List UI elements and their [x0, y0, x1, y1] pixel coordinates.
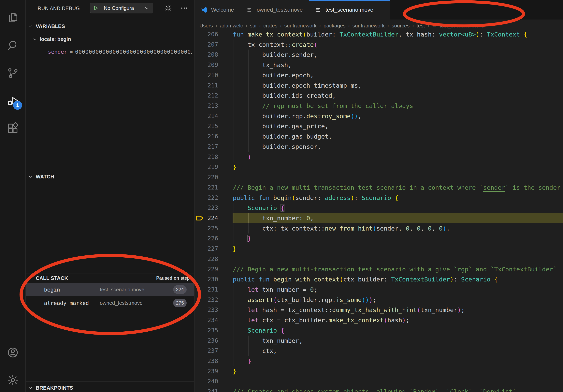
activity-item-run-and-debug[interactable]: 1: [0, 89, 26, 113]
frame-line-badge: 224: [173, 285, 187, 294]
debug-count-badge: 1: [13, 101, 22, 110]
breadcrumb-item[interactable]: sui-framework: [353, 23, 385, 29]
code-line-224: 224 txn_number: 0,: [194, 213, 563, 223]
variable-value: 0000000000000000000000000000000000…: [75, 49, 192, 55]
breadcrumb-item[interactable]: sources: [392, 23, 409, 29]
code-line-231: 231 let txn_number = 0;: [194, 284, 563, 295]
activity-item-explorer[interactable]: [0, 6, 26, 30]
breadcrumb[interactable]: Users›adamwelc›sui›crates›sui-framework›…: [194, 20, 563, 32]
breadcrumb-item[interactable]: crates: [263, 23, 277, 29]
more-actions-icon[interactable]: [180, 4, 188, 13]
call-stack-frame-already_marked[interactable]: already_markedowned_tests.move275: [26, 297, 194, 310]
code-text: tx_context::create(: [233, 39, 317, 50]
code-line-238: 238 }: [194, 356, 563, 366]
variables-section-header[interactable]: VARIABLES: [26, 22, 194, 30]
line-number: 225: [194, 223, 218, 234]
code-line-227: 227}: [194, 244, 563, 254]
breakpoints-section-header[interactable]: BREAKPOINTS: [26, 384, 194, 392]
code-text: let txn_number = 0;: [233, 284, 317, 295]
breadcrumb-item[interactable]: packages: [323, 23, 345, 29]
frame-line-badge: 275: [173, 299, 187, 307]
files-icon: [7, 12, 19, 24]
run-configuration-dropdown[interactable]: No Configura: [90, 3, 153, 13]
line-number: 231: [194, 284, 218, 295]
variable-row[interactable]: sender = 0000000000000000000000000000000…: [48, 47, 192, 56]
chevron-right-icon: ›: [425, 23, 432, 29]
tab-label: Welcome: [211, 7, 234, 13]
code-editor[interactable]: 206fun make_tx_context(builder: TxContex…: [194, 0, 563, 392]
tab-bar: Welcomeowned_tests.movetest_scenario.mov…: [194, 0, 563, 20]
call-stack-frame-begin[interactable]: begintest_scenario.move224: [26, 283, 194, 296]
run-configuration-label: No Configura: [101, 5, 143, 11]
activity-bar: 1: [0, 0, 26, 392]
tab-welcome[interactable]: Welcome: [194, 0, 240, 20]
vscode-window: 1 RUN AND DEBUG No Configura VARIABLES l…: [0, 0, 563, 392]
account-icon: [7, 346, 19, 359]
tab-label: test_scenario.move: [325, 7, 373, 13]
code-text: txn_number,: [233, 336, 303, 346]
line-number: 240: [194, 376, 218, 386]
code-line-233: 233 let hash = tx_context::dummy_tx_hash…: [194, 305, 563, 315]
chevron-down-icon: [28, 275, 33, 281]
code-line-211: 211 builder.epoch_timestamp_ms,: [194, 80, 563, 91]
extensions-icon: [7, 122, 19, 134]
code-line-218: 218 ): [194, 152, 563, 162]
code-text: let ctx = ctx_builder.make_tx_context(ha…: [233, 315, 409, 325]
scope-label: locals: begin: [40, 36, 71, 42]
call-stack-header-label: CALL STACK: [36, 275, 68, 281]
breadcrumb-item[interactable]: sui: [250, 23, 256, 29]
code-line-228: 228: [194, 254, 563, 264]
activity-item-source-control[interactable]: [0, 61, 26, 85]
line-number: 235: [194, 325, 218, 336]
code-text: /// Begin a new multi-transaction test s…: [233, 182, 561, 193]
line-number: 238: [194, 356, 218, 366]
line-number: 230: [194, 274, 218, 284]
line-number: 229: [194, 264, 218, 274]
breadcrumb-item[interactable]: sui-framework: [284, 23, 316, 29]
code-line-230: 230public fun begin_with_context(ctx_bui…: [194, 274, 563, 284]
debug-settings-gear-icon[interactable]: [164, 4, 172, 13]
breadcrumb-file[interactable]: test_scenario.move: [432, 23, 484, 29]
breadcrumb-item[interactable]: Users: [199, 23, 213, 29]
code-line-232: 232 assert!(ctx_builder.rgp.is_some());: [194, 295, 563, 305]
code-text: ctx: tx_context::new_from_hint(sender, 0…: [233, 223, 450, 234]
activity-item-accounts[interactable]: [0, 341, 26, 364]
line-number: 233: [194, 305, 218, 315]
line-number: 219: [194, 162, 218, 172]
vscode-logo-icon: [200, 6, 207, 13]
code-text: ctx,: [233, 346, 277, 356]
variables-scope-row[interactable]: locals: begin: [33, 35, 71, 43]
chevron-right-icon: ›: [409, 23, 416, 29]
line-number: 218: [194, 152, 218, 162]
code-line-229: 229/// Begin a new multi-transaction tes…: [194, 264, 563, 274]
code-text: Scenario {: [233, 203, 284, 213]
chevron-right-icon: ›: [243, 23, 250, 29]
code-text: builder.gas_price,: [233, 121, 328, 131]
start-debugging-icon[interactable]: [90, 3, 101, 13]
line-number: 217: [194, 142, 218, 152]
line-number: 223: [194, 203, 218, 213]
breadcrumb-item[interactable]: test: [417, 23, 425, 29]
code-text: builder.sender,: [233, 50, 317, 60]
activity-item-search[interactable]: [0, 34, 26, 57]
variables-header-label: VARIABLES: [36, 23, 65, 29]
activity-item-settings[interactable]: [0, 368, 26, 392]
line-number: 234: [194, 315, 218, 325]
code-text: builder.sponsor,: [233, 142, 321, 152]
sidebar-title: RUN AND DEBUG: [38, 6, 80, 11]
line-number: 222: [194, 193, 218, 203]
code-line-221: 221/// Begin a new multi-transaction tes…: [194, 182, 563, 193]
code-text: assert!(ctx_builder.rgp.is_some());: [233, 295, 376, 305]
code-text: txn_number: 0,: [233, 213, 314, 223]
watch-section-header[interactable]: WATCH: [26, 172, 194, 181]
call-stack-section-header[interactable]: CALL STACK Paused on step: [26, 274, 194, 282]
code-text: builder.rgp.destroy_some(),: [233, 111, 362, 121]
tab-test-scenario-move[interactable]: test_scenario.move: [309, 0, 390, 20]
chevron-down-icon: [28, 24, 33, 29]
tab-owned-tests-move[interactable]: owned_tests.move: [240, 0, 309, 20]
code-line-210: 210 builder.epoch,: [194, 70, 563, 80]
activity-item-extensions[interactable]: [0, 117, 26, 140]
move-file-icon: [432, 23, 438, 29]
editor-group: 206fun make_tx_context(builder: TxContex…: [194, 0, 563, 392]
breadcrumb-item[interactable]: adamwelc: [220, 23, 243, 29]
